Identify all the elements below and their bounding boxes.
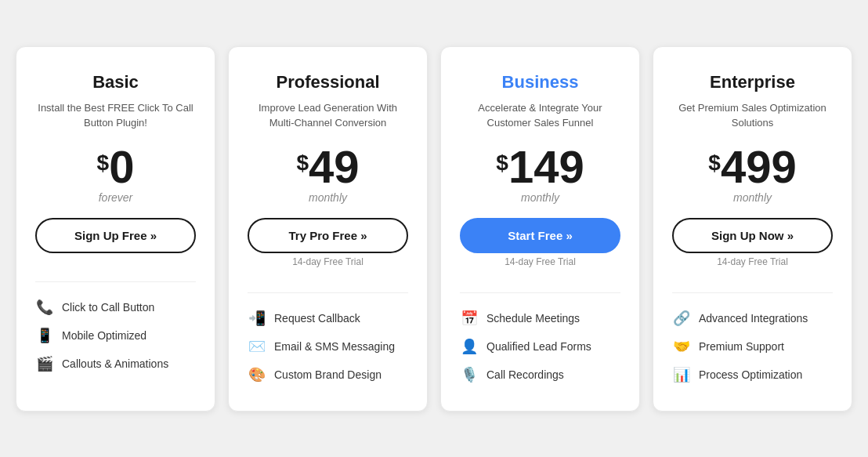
feature-item: 📲 Request Callback [248,304,408,332]
price-dollar-basic: $ [97,151,110,176]
feature-label: Request Callback [274,312,360,325]
card-business: Business Accelerate & Integrate Your Cus… [440,46,640,412]
card-enterprise: Enterprise Get Premium Sales Optimizatio… [653,46,852,412]
feature-icon: ✉️ [248,338,266,355]
card-title-enterprise: Enterprise [710,72,795,92]
features-list-enterprise: 🔗 Advanced Integrations 🤝 Premium Suppor… [672,304,833,389]
price-period-enterprise: monthly [733,191,772,204]
trial-text-professional: 14-day Free Trial [292,256,363,267]
price-amount-business: 149 [508,144,584,190]
divider-business [460,292,620,293]
feature-icon: 🎨 [248,366,266,383]
feature-label: Schedule Meetings [486,312,580,325]
cta-button-enterprise[interactable]: Sign Up Now » [672,218,833,253]
price-row-professional: $ 49 [296,144,359,190]
feature-icon: 🤝 [672,338,691,355]
pricing-container: Basic Install the Best FREE Click To Cal… [16,46,852,412]
price-row-business: $ 149 [496,144,584,190]
price-amount-enterprise: 499 [721,144,797,190]
card-subtitle-business: Accelerate & Integrate Your Customer Sal… [460,100,620,132]
price-amount-professional: 49 [309,144,360,190]
feature-icon: 📲 [248,310,266,327]
feature-label: Advanced Integrations [699,312,808,325]
feature-icon: 📱 [35,327,54,344]
features-list-professional: 📲 Request Callback ✉️ Email & SMS Messag… [248,304,408,389]
feature-label: Qualified Lead Forms [486,340,591,353]
price-dollar-business: $ [496,151,508,176]
card-title-basic: Basic [92,72,139,92]
feature-item: 👤 Qualified Lead Forms [460,332,620,361]
price-row-enterprise: $ 499 [708,144,796,190]
features-list-basic: 📞 Click to Call Button 📱 Mobile Optimize… [35,293,196,378]
feature-label: Premium Support [699,340,784,353]
feature-item: 📱 Mobile Optimized [35,321,196,350]
price-period-business: monthly [521,191,559,204]
card-subtitle-basic: Install the Best FREE Click To Call Butt… [35,100,196,132]
cta-button-professional[interactable]: Try Pro Free » [248,218,408,253]
feature-label: Custom Brand Design [274,368,382,381]
feature-label: Mobile Optimized [62,329,146,342]
feature-icon: 📊 [672,366,691,383]
feature-icon: 👤 [460,338,479,355]
price-dollar-enterprise: $ [708,151,721,176]
price-row-basic: $ 0 [97,144,135,190]
feature-item: 🔗 Advanced Integrations [672,304,833,332]
feature-label: Email & SMS Messaging [274,340,395,353]
price-dollar-professional: $ [296,151,309,176]
feature-item: 📞 Click to Call Button [35,293,196,321]
feature-label: Process Optimization [699,368,802,381]
price-period-professional: monthly [309,191,347,204]
trial-text-enterprise: 14-day Free Trial [717,256,788,267]
card-title-professional: Professional [276,72,379,92]
feature-item: 📅 Schedule Meetings [460,304,620,332]
card-subtitle-enterprise: Get Premium Sales Optimization Solutions [672,100,833,132]
feature-icon: 📞 [35,299,54,316]
feature-item: 🤝 Premium Support [672,332,833,361]
feature-item: 🎙️ Call Recordings [460,361,620,389]
feature-item: 📊 Process Optimization [672,361,833,389]
cta-button-basic[interactable]: Sign Up Free » [35,218,196,253]
feature-icon: 🔗 [672,310,691,327]
feature-item: 🎨 Custom Brand Design [248,361,408,389]
feature-icon: 🎙️ [460,366,479,383]
features-list-business: 📅 Schedule Meetings 👤 Qualified Lead For… [460,304,620,389]
feature-label: Click to Call Button [62,301,154,314]
feature-label: Call Recordings [486,368,564,381]
cta-button-business[interactable]: Start Free » [460,218,620,253]
divider-professional [248,292,408,293]
feature-label: Callouts & Animations [62,357,168,370]
card-basic: Basic Install the Best FREE Click To Cal… [16,46,215,412]
trial-text-business: 14-day Free Trial [505,256,576,267]
feature-item: 🎬 Callouts & Animations [35,350,196,378]
card-title-business: Business [502,72,579,92]
feature-item: ✉️ Email & SMS Messaging [248,332,408,361]
price-period-basic: forever [99,191,133,204]
feature-icon: 🎬 [35,355,54,372]
feature-icon: 📅 [460,310,479,327]
card-subtitle-professional: Improve Lead Generation With Multi-Chann… [248,100,408,132]
price-amount-basic: 0 [109,144,134,190]
divider-enterprise [672,292,833,293]
card-professional: Professional Improve Lead Generation Wit… [228,46,428,412]
divider-basic [35,281,196,282]
